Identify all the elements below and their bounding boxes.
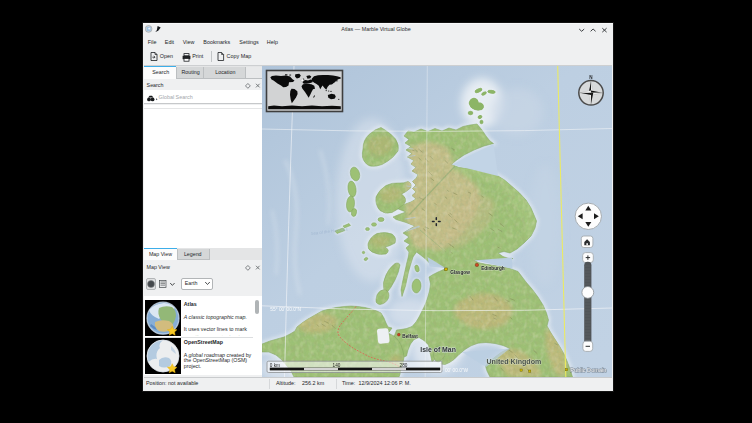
svg-text:Glasgow: Glasgow [450,270,470,275]
svg-text:5° 00' 00.0"W: 5° 00' 00.0"W [439,368,469,373]
svg-text:Public Domain: Public Domain [570,367,606,373]
svg-text:0 km: 0 km [270,363,280,368]
svg-text:280: 280 [400,363,408,368]
svg-text:55° 00' 00.0"N: 55° 00' 00.0"N [270,307,301,312]
svg-text:Belfast: Belfast [402,334,418,339]
svg-text:Isle of Man: Isle of Man [420,346,456,353]
svg-text:Edinburgh: Edinburgh [481,266,505,271]
svg-text:United Kingdom: United Kingdom [487,358,542,366]
svg-text:140: 140 [333,363,341,368]
